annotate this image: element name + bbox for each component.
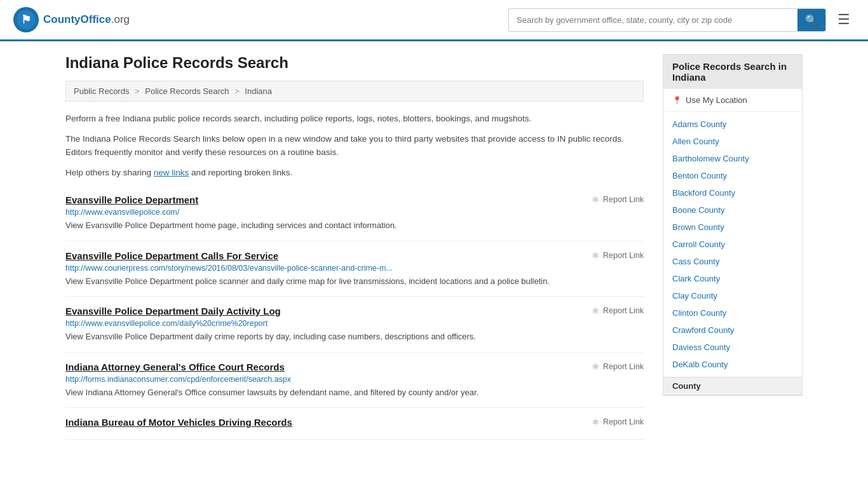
breadcrumb-indiana: Indiana (245, 86, 272, 96)
results-list: Evansville Police Department ⚛ Report Li… (65, 186, 644, 440)
logo-icon: ⚑ (13, 6, 39, 33)
report-icon-0: ⚛ (592, 194, 600, 205)
result-item: Evansville Police Department Calls For S… (65, 241, 644, 297)
result-url-1[interactable]: http://www.courierpress.com/story/news/2… (65, 264, 644, 273)
report-link-button-2[interactable]: ⚛ Report Link (592, 306, 644, 316)
result-url-3[interactable]: http://forms.indianaconsumer.com/cpd/enf… (65, 375, 644, 384)
logo-text: CountyOffice.org (43, 13, 130, 26)
site-header: ⚑ CountyOffice.org 🔍 ☰ (0, 0, 868, 41)
sidebar-county-7[interactable]: Carroll County (663, 236, 802, 253)
sidebar-county-0[interactable]: Adams County (663, 116, 802, 133)
sidebar-county-8[interactable]: Cass County (663, 253, 802, 270)
breadcrumb: Public Records > Police Records Search >… (65, 81, 644, 102)
report-link-label-0: Report Link (603, 195, 644, 204)
sidebar-county-10[interactable]: Clay County (663, 287, 802, 304)
result-title-4[interactable]: Indiana Bureau of Motor Vehicles Driving… (65, 417, 292, 428)
sidebar-county-5[interactable]: Boone County (663, 201, 802, 219)
result-title-2[interactable]: Evansville Police Department Daily Activ… (65, 306, 281, 316)
sidebar-county-3[interactable]: Benton County (663, 167, 802, 184)
report-link-label-3: Report Link (603, 362, 644, 371)
report-link-button-4[interactable]: ⚛ Report Link (592, 417, 644, 427)
report-link-button-3[interactable]: ⚛ Report Link (592, 362, 644, 372)
new-links-link[interactable]: new links (154, 168, 189, 177)
result-desc-1: View Evansville Police Department police… (65, 275, 644, 288)
result-header: Evansville Police Department Daily Activ… (65, 306, 644, 316)
intro-paragraph-3: Help others by sharing new links and rep… (65, 166, 644, 180)
result-item: Indiana Attorney General's Office Court … (65, 353, 644, 409)
report-link-label-1: Report Link (603, 251, 644, 260)
result-item: Evansville Police Department Daily Activ… (65, 297, 644, 353)
search-input[interactable] (509, 10, 797, 30)
search-bar: 🔍 (508, 8, 826, 32)
main-container: Indiana Police Records Search Public Rec… (53, 41, 815, 452)
result-header: Evansville Police Department ⚛ Report Li… (65, 194, 644, 205)
sidebar-county-2[interactable]: Bartholomew County (663, 150, 802, 167)
intro-paragraph-2: The Indiana Police Records Search links … (65, 132, 644, 159)
sidebar-county-14[interactable]: DeKalb County (663, 356, 802, 373)
sidebar-heading: Police Records Search in Indiana (663, 55, 802, 89)
breadcrumb-public-records[interactable]: Public Records (74, 86, 129, 96)
result-desc-2: View Evansville Police Department daily … (65, 330, 644, 343)
result-url-2[interactable]: http://www.evansvillepolice.com/daily%20… (65, 319, 644, 328)
report-icon-3: ⚛ (592, 362, 600, 372)
sidebar: Police Records Search in Indiana 📍 Use M… (663, 54, 803, 440)
result-url-0[interactable]: http://www.evansvillepolice.com/ (65, 208, 644, 217)
result-desc-3: View Indiana Attorney General's Office c… (65, 386, 644, 399)
header-right: 🔍 ☰ (508, 8, 855, 32)
report-icon-4: ⚛ (592, 417, 600, 427)
county-list: Adams CountyAllen CountyBartholomew Coun… (663, 112, 802, 377)
result-header: Indiana Bureau of Motor Vehicles Driving… (65, 417, 644, 428)
breadcrumb-police-records[interactable]: Police Records Search (145, 86, 229, 96)
report-link-label-2: Report Link (603, 306, 644, 315)
report-link-button-0[interactable]: ⚛ Report Link (592, 194, 644, 205)
result-item: Evansville Police Department ⚛ Report Li… (65, 186, 644, 241)
report-link-label-4: Report Link (603, 417, 644, 426)
result-item: Indiana Bureau of Motor Vehicles Driving… (65, 408, 644, 440)
intro-paragraph-1: Perform a free Indiana public police rec… (65, 112, 644, 126)
sidebar-county-6[interactable]: Brown County (663, 219, 802, 236)
report-icon-1: ⚛ (592, 250, 600, 261)
result-desc-0: View Evansville Police Department home p… (65, 219, 644, 232)
use-location-label: Use My Location (686, 95, 747, 105)
sidebar-county-11[interactable]: Clinton County (663, 304, 802, 322)
breadcrumb-sep-1: > (135, 86, 140, 96)
result-title-1[interactable]: Evansville Police Department Calls For S… (65, 250, 278, 261)
result-header: Indiana Attorney General's Office Court … (65, 362, 644, 372)
sidebar-county-4[interactable]: Blackford County (663, 184, 802, 201)
sidebar-county-1[interactable]: Allen County (663, 133, 802, 150)
sidebar-section: Police Records Search in Indiana 📍 Use M… (663, 54, 803, 396)
result-title-0[interactable]: Evansville Police Department (65, 194, 198, 205)
report-link-button-1[interactable]: ⚛ Report Link (592, 250, 644, 261)
sidebar-county-9[interactable]: Clark County (663, 270, 802, 287)
report-icon-2: ⚛ (592, 306, 600, 316)
search-button[interactable]: 🔍 (797, 9, 825, 31)
breadcrumb-sep-2: > (234, 86, 240, 96)
use-location-button[interactable]: 📍 Use My Location (663, 89, 802, 112)
location-icon: 📍 (672, 96, 682, 105)
result-header: Evansville Police Department Calls For S… (65, 250, 644, 261)
page-title: Indiana Police Records Search (65, 54, 644, 72)
result-title-3[interactable]: Indiana Attorney General's Office Court … (65, 362, 285, 372)
menu-button[interactable]: ☰ (832, 9, 855, 30)
sidebar-county-13[interactable]: Daviess County (663, 339, 802, 356)
sidebar-county-12[interactable]: Crawford County (663, 322, 802, 339)
county-section-label: County (663, 377, 802, 395)
svg-text:⚑: ⚑ (21, 13, 31, 26)
content-area: Indiana Police Records Search Public Rec… (65, 54, 644, 440)
logo[interactable]: ⚑ CountyOffice.org (13, 6, 130, 33)
